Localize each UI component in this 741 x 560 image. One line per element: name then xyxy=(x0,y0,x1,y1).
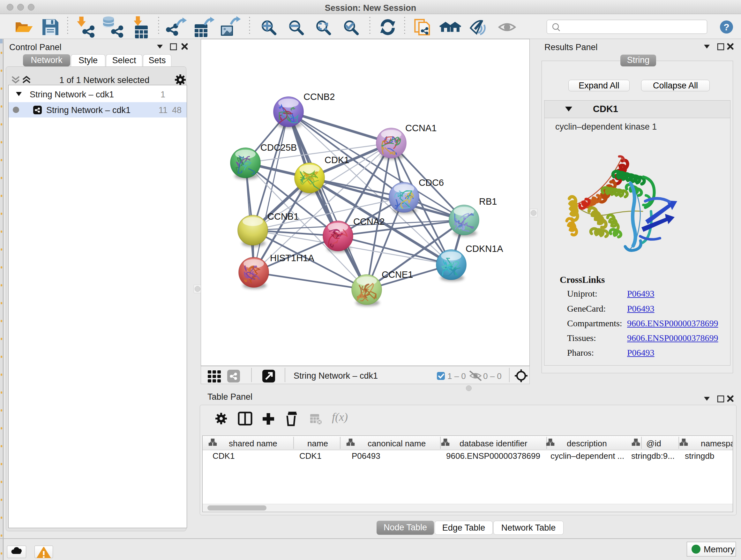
svg-text:HIST1H1A: HIST1H1A xyxy=(270,253,314,263)
svg-text:CCNB2: CCNB2 xyxy=(304,91,335,102)
svg-text:CCNA2: CCNA2 xyxy=(353,216,385,227)
svg-text:CCNA1: CCNA1 xyxy=(405,123,436,133)
svg-text:CDC6: CDC6 xyxy=(419,178,444,188)
svg-text:CCNE1: CCNE1 xyxy=(382,269,413,280)
svg-text:CDC25B: CDC25B xyxy=(260,142,297,152)
svg-text:CDKN1A: CDKN1A xyxy=(466,244,503,254)
svg-text:CCNB1: CCNB1 xyxy=(267,211,299,222)
svg-text:RB1: RB1 xyxy=(479,196,497,206)
svg-text:CDK1: CDK1 xyxy=(325,155,349,165)
